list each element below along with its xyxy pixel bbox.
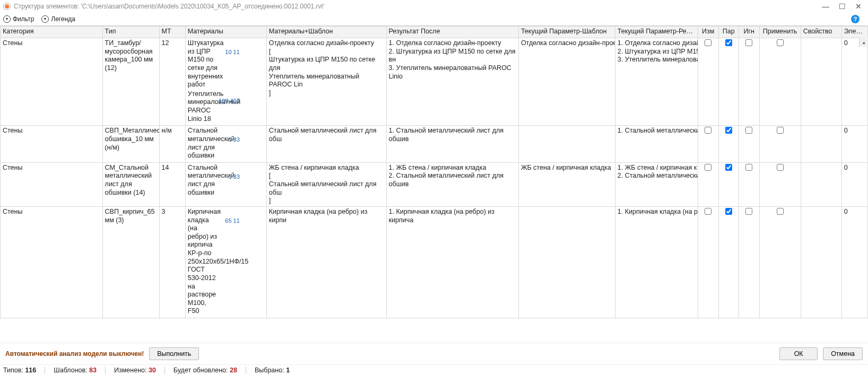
cell-mt[interactable]: 12: [159, 38, 185, 126]
cell-apply[interactable]: [759, 126, 801, 163]
cell-result-after[interactable]: 1. Кирпичная кладка (на ребро) из кирпич…: [386, 206, 518, 318]
table-row[interactable]: ПерекрытияПЧ_балкон (3)3Чистовая отделка…: [1, 318, 868, 319]
cell-materials[interactable]: Чистовая отделка пола (выполняемая собст…: [185, 318, 266, 319]
cell-type[interactable]: ПЧ_балкон (3): [102, 318, 159, 319]
col-izm[interactable]: Изм: [698, 27, 719, 38]
col-prop[interactable]: Свойство: [801, 27, 841, 38]
apply-checkbox[interactable]: [777, 208, 784, 215]
cell-type[interactable]: СВП_Металлическая обшивка_10 мм (н/м): [102, 126, 159, 163]
col-materials[interactable]: Материалы: [185, 27, 266, 38]
table-row[interactable]: СтеныСВП_кирпич_65 мм (3)3Кирпичная клад…: [1, 206, 868, 318]
cell-prop[interactable]: [801, 206, 841, 318]
cell-category[interactable]: Стены: [1, 126, 103, 163]
cell-par[interactable]: [718, 162, 739, 206]
cell-prop[interactable]: [801, 38, 841, 126]
col-elem[interactable]: Элемен: [841, 27, 867, 38]
par-checkbox[interactable]: [725, 39, 732, 46]
table-row[interactable]: СтеныТИ_тамбур/мусоросборная камера_100 …: [1, 38, 868, 126]
cell-izm[interactable]: [698, 126, 719, 163]
par-checkbox[interactable]: [725, 127, 732, 134]
cell-par[interactable]: [718, 126, 739, 163]
cell-cur-res[interactable]: 1. Стальной металлически: [615, 126, 698, 163]
cell-type[interactable]: ТИ_тамбур/мусоросборная камера_100 мм (1…: [102, 38, 159, 126]
table-row[interactable]: СтеныСМ_Стальной металлический лист для …: [1, 162, 868, 206]
cell-mat-tmpl[interactable]: Чистовая отделка пола (выполняемая сЦеме…: [266, 318, 386, 319]
ign-checkbox[interactable]: [745, 127, 752, 134]
cell-type[interactable]: СМ_Стальной металлический лист для обшив…: [102, 162, 159, 206]
cell-cur-tmpl[interactable]: Отделка согласно дизайн-прое: [518, 38, 615, 126]
cell-mt[interactable]: н/м: [159, 126, 185, 163]
col-apply[interactable]: Применить: [759, 27, 801, 38]
cell-materials[interactable]: Стальной металлический лист для обшивки1…: [185, 162, 266, 206]
cell-mt[interactable]: 3: [159, 318, 185, 319]
cell-mt[interactable]: 14: [159, 162, 185, 206]
cell-cur-tmpl[interactable]: [ЖБ плита: [518, 318, 615, 319]
cell-result-after[interactable]: 1. Стальной металлический лист для обшив: [386, 126, 518, 163]
apply-checkbox[interactable]: [777, 39, 784, 46]
col-result-after[interactable]: Результат После: [386, 27, 518, 38]
par-checkbox[interactable]: [725, 208, 732, 215]
close-button[interactable]: ✕: [855, 2, 862, 11]
cell-ign[interactable]: [739, 162, 760, 206]
minimize-button[interactable]: —: [822, 2, 829, 11]
cell-result-after[interactable]: 1. Отделка согласно дизайн-проекту2. Шту…: [386, 38, 518, 126]
cell-mat-tmpl[interactable]: Стальной металлический лист для обш: [266, 126, 386, 163]
izm-checkbox[interactable]: [705, 127, 711, 134]
cell-prop[interactable]: [801, 126, 841, 163]
col-ign[interactable]: Игн: [739, 27, 760, 38]
cell-apply[interactable]: [759, 318, 801, 319]
cell-apply[interactable]: [759, 38, 801, 126]
cell-cur-res[interactable]: 1. Кирпичная кладка (на р: [615, 206, 698, 318]
cell-elem[interactable]: 0: [841, 162, 867, 206]
cell-cur-res[interactable]: 1. ЖБ стена / кирпичная к2. Стальной мет…: [615, 162, 698, 206]
cell-cur-res[interactable]: 1. Чистовая отделка пола2. Цементно-песч…: [615, 318, 698, 319]
legend-button[interactable]: ▾ Легенда: [41, 15, 75, 23]
cell-apply[interactable]: [759, 162, 801, 206]
par-checkbox[interactable]: [725, 164, 732, 171]
cell-cur-tmpl[interactable]: ЖБ стена / кирпичная кладка: [518, 162, 615, 206]
cell-prop[interactable]: [801, 318, 841, 319]
ign-checkbox[interactable]: [745, 208, 752, 215]
cell-izm[interactable]: [698, 38, 719, 126]
scroll-up-button[interactable]: ▴: [859, 38, 868, 47]
cell-ign[interactable]: [739, 206, 760, 318]
col-type[interactable]: Тип: [102, 27, 159, 38]
col-par[interactable]: Пар: [718, 27, 739, 38]
col-mt[interactable]: МТ: [159, 27, 185, 38]
cell-result-after[interactable]: 1. ЖБ стена / кирпичная кладка2. Стально…: [386, 162, 518, 206]
cell-izm[interactable]: [698, 206, 719, 318]
cell-izm[interactable]: [698, 162, 719, 206]
cell-elem[interactable]: 0: [841, 206, 867, 318]
apply-checkbox[interactable]: [777, 127, 784, 134]
cell-ign[interactable]: [739, 38, 760, 126]
col-cur-res[interactable]: Текущий Параметр-Резул: [615, 27, 698, 38]
col-mat-tmpl[interactable]: Материалы+Шаблон: [266, 27, 386, 38]
apply-checkbox[interactable]: [777, 164, 784, 171]
cell-elem[interactable]: 0: [841, 318, 867, 319]
cell-mat-tmpl[interactable]: ЖБ стена / кирпичная кладка[Стальной мет…: [266, 162, 386, 206]
cell-elem[interactable]: 0: [841, 38, 867, 126]
cell-cur-tmpl[interactable]: [518, 126, 615, 163]
cell-category[interactable]: Стены: [1, 206, 103, 318]
cell-category[interactable]: Стены: [1, 38, 103, 126]
izm-checkbox[interactable]: [705, 39, 711, 46]
cell-cur-tmpl[interactable]: [518, 206, 615, 318]
table-row[interactable]: СтеныСВП_Металлическая обшивка_10 мм (н/…: [1, 126, 868, 163]
izm-checkbox[interactable]: [705, 164, 711, 171]
cell-type[interactable]: СВП_кирпич_65 мм (3): [102, 206, 159, 318]
ign-checkbox[interactable]: [745, 164, 752, 171]
cell-materials[interactable]: Кирпичная кладка (на ребро) из кирпича К…: [185, 206, 266, 318]
cell-cur-res[interactable]: 1. Отделка согласно дизай2. Штукатурка и…: [615, 38, 698, 126]
ok-button[interactable]: ОК: [779, 347, 818, 360]
cell-prop[interactable]: [801, 162, 841, 206]
cell-izm[interactable]: [698, 318, 719, 319]
cancel-button[interactable]: Отмена: [823, 347, 863, 360]
cell-apply[interactable]: [759, 206, 801, 318]
help-icon[interactable]: ?: [851, 15, 860, 23]
cell-mat-tmpl[interactable]: Отделка согласно дизайн-проекту[Штукатур…: [266, 38, 386, 126]
izm-checkbox[interactable]: [705, 208, 711, 215]
filter-button[interactable]: ▾ Фильтр: [3, 15, 34, 23]
ign-checkbox[interactable]: [745, 39, 752, 46]
cell-ign[interactable]: [739, 126, 760, 163]
maximize-button[interactable]: ☐: [839, 2, 846, 11]
